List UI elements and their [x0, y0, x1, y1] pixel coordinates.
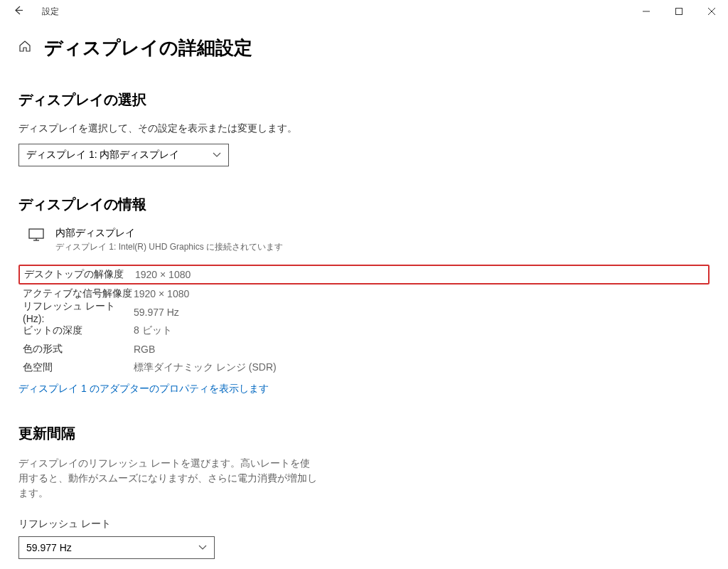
color-format-row: 色の形式 RGB: [18, 340, 710, 358]
section-heading-refresh: 更新間隔: [18, 424, 710, 443]
display-name: 内部ディスプレイ: [55, 227, 283, 240]
refresh-rate-field-label: リフレッシュ レート: [18, 518, 710, 531]
svg-rect-4: [29, 229, 43, 238]
refresh-description: ディスプレイのリフレッシュ レートを選びます。高いレートを使用すると、動作がスム…: [18, 456, 317, 501]
titlebar: 設定: [0, 0, 728, 23]
maximize-button[interactable]: [663, 0, 695, 23]
display-select-dropdown[interactable]: ディスプレイ 1: 内部ディスプレイ: [18, 144, 229, 166]
home-icon[interactable]: [18, 40, 31, 56]
color-space-label: 色空間: [23, 361, 134, 374]
close-button[interactable]: [695, 0, 728, 23]
svg-rect-1: [676, 9, 682, 15]
page-title: ディスプレイの詳細設定: [44, 36, 252, 60]
refresh-rate-row: リフレッシュ レート (Hz): 59.977 Hz: [18, 303, 710, 321]
refresh-rate-label: リフレッシュ レート (Hz):: [23, 300, 134, 324]
chevron-down-icon: [198, 543, 207, 553]
active-resolution-value: 1920 × 1080: [134, 288, 189, 299]
display-info-table: デスクトップの解像度 1920 × 1080 アクティブな信号解像度 1920 …: [18, 265, 710, 377]
desktop-resolution-value: 1920 × 1080: [135, 269, 191, 280]
refresh-rate-dropdown[interactable]: 59.977 Hz: [18, 536, 215, 559]
monitor-icon: [28, 228, 44, 244]
select-display-description: ディスプレイを選択して、その設定を表示または変更します。: [18, 122, 710, 135]
refresh-rate-value: 59.977 Hz: [134, 307, 179, 318]
window-title: 設定: [42, 6, 59, 18]
minimize-button[interactable]: [630, 0, 663, 23]
display-select-value: ディスプレイ 1: 内部ディスプレイ: [26, 149, 179, 161]
adapter-properties-link[interactable]: ディスプレイ 1 のアダプターのプロパティを表示します: [18, 383, 269, 395]
refresh-rate-selected: 59.977 Hz: [26, 542, 72, 553]
section-heading-select: ディスプレイの選択: [18, 90, 710, 110]
desktop-resolution-row: デスクトップの解像度 1920 × 1080: [18, 265, 710, 284]
section-heading-info: ディスプレイの情報: [18, 195, 710, 214]
color-format-value: RGB: [134, 344, 155, 355]
bit-depth-value: 8 ビット: [134, 324, 172, 337]
chevron-down-icon: [213, 150, 221, 160]
display-connection: ディスプレイ 1: Intel(R) UHD Graphics に接続されていま…: [55, 241, 283, 253]
active-resolution-label: アクティブな信号解像度: [23, 287, 134, 300]
color-space-value: 標準ダイナミック レンジ (SDR): [134, 361, 277, 374]
color-format-label: 色の形式: [23, 343, 134, 356]
select-display-section: ディスプレイの選択 ディスプレイを選択して、その設定を表示または変更します。 デ…: [18, 90, 710, 166]
display-info-section: ディスプレイの情報 内部ディスプレイ ディスプレイ 1: Intel(R) UH…: [18, 195, 710, 395]
bit-depth-row: ビットの深度 8 ビット: [18, 321, 710, 340]
desktop-resolution-label: デスクトップの解像度: [24, 268, 135, 281]
refresh-section: 更新間隔 ディスプレイのリフレッシュ レートを選びます。高いレートを使用すると、…: [18, 424, 710, 569]
color-space-row: 色空間 標準ダイナミック レンジ (SDR): [18, 358, 710, 377]
bit-depth-label: ビットの深度: [23, 324, 134, 337]
back-button[interactable]: [13, 5, 23, 18]
